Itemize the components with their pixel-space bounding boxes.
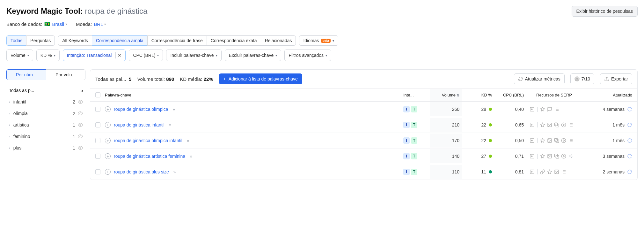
sidebar-category[interactable]: ›feminino1 [6,131,85,142]
col-serp[interactable]: Recursos de SERP [524,93,584,97]
serp-view-icon[interactable] [530,107,535,112]
serp-chat-icon[interactable] [547,107,552,112]
refresh-row-icon[interactable] [627,107,632,112]
col-kd[interactable]: KD % [463,93,492,97]
serp-video-icon[interactable] [561,154,566,159]
close-icon[interactable]: ✕ [115,52,123,58]
filter-volume[interactable]: Volume▾ [6,50,33,61]
chevron-right-icon: › [9,111,10,115]
serp-view-icon[interactable] [530,169,535,174]
serp-star-icon[interactable] [540,122,545,127]
serp-star-icon[interactable] [540,154,545,159]
add-keyword-icon[interactable]: + [105,122,111,128]
tab-frase[interactable]: Correspondência de frase [147,35,207,46]
col-keyword[interactable]: Palavra-chave [105,93,403,97]
filter-advanced[interactable]: Filtros avançados▾ [284,50,331,61]
serp-link-icon[interactable] [540,169,545,174]
serp-view-icon[interactable] [530,122,535,127]
filter-cpc[interactable]: CPC (BRL)▾ [129,50,163,61]
kd-difficulty-dot [489,108,492,111]
row-checkbox[interactable] [95,154,100,159]
filter-kd[interactable]: KD %▾ [36,50,60,61]
refresh-row-icon[interactable] [627,138,632,143]
sidebar-category[interactable]: ›plus1 [6,142,85,154]
serp-image2-icon[interactable] [554,154,559,159]
sidebar-category[interactable]: ›infantil2 [6,96,85,108]
serp-view-icon[interactable] [530,138,535,143]
refresh-row-icon[interactable] [627,169,632,174]
expand-icon[interactable]: » [173,169,176,174]
refresh-row-icon[interactable] [627,122,632,127]
eye-icon[interactable] [78,122,83,127]
add-keyword-icon[interactable]: + [105,106,111,112]
settings-counter[interactable]: 7/10 [570,73,594,84]
keyword-link[interactable]: roupa de ginástica infantil [114,122,165,127]
eye-icon[interactable] [78,134,83,139]
filter-exclude[interactable]: Excluir palavras-chave▾ [225,50,282,61]
keyword-link[interactable]: roupa de ginástica olímpica [114,107,168,112]
serp-image-icon[interactable] [547,154,552,159]
filter-include[interactable]: Incluir palavras-chave▾ [166,50,221,61]
serp-image-icon[interactable] [547,138,552,143]
col-volume[interactable]: Volume⇅ [430,89,462,101]
serp-video-icon[interactable] [561,138,566,143]
add-keyword-icon[interactable]: + [105,153,111,159]
col-updated[interactable]: Atualizado [584,93,632,97]
row-checkbox[interactable] [95,138,100,143]
sort-by-number[interactable]: Por núm... [6,69,46,80]
add-keyword-icon[interactable]: + [105,169,111,175]
tab-relacionadas[interactable]: Relacionadas [261,35,296,46]
refresh-row-icon[interactable] [627,154,632,159]
tab-exata[interactable]: Correspondência exata [207,35,261,46]
eye-icon[interactable] [78,99,83,104]
row-checkbox[interactable] [95,107,100,112]
serp-image-icon[interactable] [547,122,552,127]
serp-list-icon[interactable] [554,107,559,112]
tab-all-keywords[interactable]: All Keywords [58,35,92,46]
expand-icon[interactable]: » [169,122,172,127]
filter-intent[interactable]: Intenção: Transacional ✕ [63,50,126,61]
currency-selector[interactable]: Moeda: BRL ▾ [76,21,106,27]
add-to-list-button[interactable]: + Adicionar à lista de palavras-chave [219,73,302,84]
idiomas-dropdown[interactable]: Idiomas beta ▾ [299,35,338,46]
eye-icon[interactable] [78,111,83,116]
svg-marker-29 [540,138,545,142]
tab-perguntas[interactable]: Perguntas [26,35,55,46]
tab-ampla[interactable]: Correspondência ampla [92,35,147,46]
serp-video-icon[interactable] [561,122,566,127]
sidebar-category[interactable]: ›olímpia2 [6,108,85,119]
database-selector[interactable]: Banco de dados: 🇧🇷 Brasil ▾ [6,21,67,27]
serp-star-icon[interactable] [540,107,545,112]
history-button[interactable]: Exibir histórico de pesquisas [572,6,638,17]
sidebar-all-keywords[interactable]: Todas as p... 5 [6,85,85,96]
expand-icon[interactable]: » [172,107,175,112]
tab-todas[interactable]: Todas [6,35,26,46]
export-button[interactable]: Exportar [600,73,632,84]
keyword-link[interactable]: roupa de ginástica olímpica infantil [114,138,182,143]
keyword-link[interactable]: roupa de ginástica artística feminina [114,154,185,159]
sort-by-volume[interactable]: Por volu... [46,69,86,80]
serp-image2-icon[interactable] [554,122,559,127]
eye-icon[interactable] [78,145,83,150]
row-checkbox[interactable] [95,122,100,127]
serp-image-icon[interactable] [554,169,559,174]
serp-more[interactable]: +3 [568,154,573,158]
sidebar-category[interactable]: ›artística1 [6,119,85,131]
serp-list-icon[interactable] [561,169,566,174]
keyword-link[interactable]: roupa de ginástica plus size [114,169,169,174]
update-metrics-button[interactable]: Atualizar métricas [514,73,565,84]
row-checkbox[interactable] [95,169,100,174]
serp-list-icon[interactable] [568,138,573,143]
add-keyword-icon[interactable]: + [105,138,111,143]
col-intent[interactable]: Inte... [403,93,429,97]
stat-total-keywords: Todas as pal... 5 [95,76,131,82]
expand-icon[interactable]: » [187,138,189,143]
serp-list-icon[interactable] [568,122,573,127]
serp-star-icon[interactable] [540,138,545,143]
col-cpc[interactable]: CPC (BRL) [492,93,524,97]
serp-image2-icon[interactable] [554,138,559,143]
serp-view-icon[interactable] [530,154,535,159]
select-all-checkbox[interactable] [95,92,100,97]
expand-icon[interactable]: » [190,154,192,159]
serp-star-icon[interactable] [547,169,552,174]
